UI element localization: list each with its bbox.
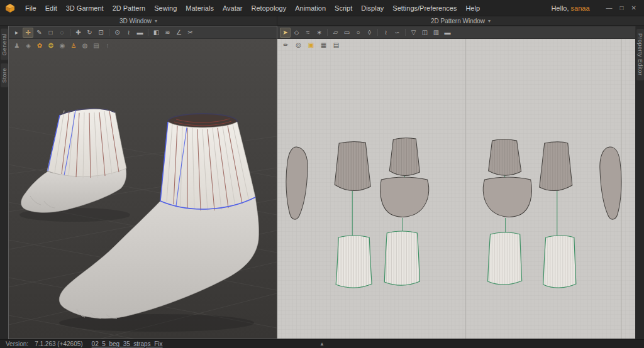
pin-tool[interactable]: ⊙ [112, 28, 123, 38]
scissors-tool[interactable]: ✂ [185, 28, 196, 38]
segment-sewing-tool[interactable]: ≀ [380, 28, 391, 38]
edit-pattern-tool[interactable]: ◇ [291, 28, 302, 38]
trace-tool[interactable]: ◫ [419, 28, 430, 38]
side-tab-store[interactable]: Store [1, 63, 8, 87]
transform-pattern-tool[interactable]: ➤ [280, 28, 291, 38]
expand-timeline-button[interactable]: ▲ [319, 341, 325, 347]
show-sewing-icon[interactable]: ▣ [306, 40, 316, 50]
username-link[interactable]: sanaa [571, 4, 590, 12]
2d-window-caret-icon[interactable]: ▾ [488, 18, 491, 24]
pattern-piece-cuff-front-right[interactable] [543, 236, 576, 288]
3d-window-caret-icon[interactable]: ▾ [155, 18, 157, 24]
pattern-piece-leg-back-left[interactable] [389, 138, 419, 176]
free-sewing-tool[interactable]: ∽ [392, 28, 402, 38]
polygon-tool[interactable]: ▱ [330, 28, 341, 38]
smart-guide-icon[interactable]: ◎ [293, 40, 304, 50]
menu-2d-pattern[interactable]: 2D Pattern [108, 3, 150, 14]
gizmo-rotate-tool[interactable]: ↻ [84, 28, 95, 38]
2d-pattern-canvas[interactable]: ✏◎▣▦▤ [277, 39, 635, 339]
avatar-shoes-icon[interactable]: ◉ [57, 41, 67, 51]
main-menu: FileEdit3D Garment2D PatternSewingMateri… [21, 3, 484, 14]
pattern-layout[interactable] [277, 39, 635, 339]
logo-cube [5, 3, 15, 13]
simulate-tool[interactable]: ▸ [11, 28, 22, 38]
menu-help[interactable]: Help [461, 3, 484, 14]
menu-edit[interactable]: Edit [41, 3, 62, 14]
toolbar-separator [377, 29, 378, 36]
avatar-accessory-icon[interactable]: ✿ [35, 41, 45, 51]
menu-display[interactable]: Display [357, 3, 388, 14]
pattern-piece-leg-front-right[interactable] [540, 142, 572, 191]
measure-2d-tool[interactable]: ▬ [442, 28, 453, 38]
menu-avatar[interactable]: Avatar [218, 3, 247, 14]
menu-materials[interactable]: Materials [181, 3, 218, 14]
restore-icon[interactable]: □ [620, 5, 624, 11]
avatar-display-toolbar: ♟◈✿❂◉♙◍▤↑ [12, 41, 113, 51]
reset-arrangement-icon[interactable]: ↑ [103, 41, 113, 51]
menu-settings-preferences[interactable]: Settings/Preferences [388, 3, 461, 14]
2d-toolbar: ➤◇≈∗▱▭○◊≀∽▽◫▥▬ [277, 26, 635, 39]
menu-retopology[interactable]: Retopology [247, 3, 291, 14]
show-grid-icon[interactable]: ▦ [318, 40, 329, 50]
menu-bar: FileEdit3D Garment2D PatternSewingMateri… [0, 0, 644, 16]
3d-viewport[interactable]: ♟◈✿❂◉♙◍▤↑ [9, 39, 277, 339]
sewing-3d-tool[interactable]: ≀ [123, 28, 134, 38]
close-icon[interactable]: ✕ [631, 5, 636, 11]
3d-scene[interactable] [9, 39, 277, 339]
pattern-piece-cuff-back-right[interactable] [488, 232, 522, 285]
app-logo-icon[interactable] [5, 3, 16, 13]
rectangle-tool[interactable]: ▭ [341, 28, 352, 38]
pen-3d-tool[interactable]: ✎ [34, 28, 45, 38]
avatar-size-icon[interactable]: ◍ [80, 41, 90, 51]
arrangement-point-icon[interactable]: ▤ [91, 41, 101, 51]
select-box-tool[interactable]: □ [45, 28, 56, 38]
dart-tool[interactable]: ◊ [364, 28, 375, 38]
side-tab-general[interactable]: General [1, 29, 8, 60]
toolbar-separator [70, 29, 70, 36]
show-avatar-icon[interactable]: ♟ [12, 41, 22, 51]
minimize-icon[interactable]: — [606, 5, 613, 11]
add-point-tool[interactable]: ∗ [314, 28, 325, 38]
flatten-tool[interactable]: ◧ [151, 28, 162, 38]
pattern-piece-cuff-front-left[interactable] [336, 236, 372, 288]
menu-3d-garment[interactable]: 3D Garment [62, 3, 108, 14]
show-garment-icon[interactable]: ◈ [23, 41, 33, 51]
pattern-piece-leg-back-right[interactable] [489, 139, 521, 176]
pattern-piece-cuff-back-left[interactable] [384, 231, 419, 285]
angle-tool[interactable]: ∠ [174, 28, 184, 38]
version-value: 7.1.263 (+42605) [35, 340, 82, 347]
circle-tool[interactable]: ○ [353, 28, 364, 38]
side-tab-property-editor[interactable]: Property Editor [636, 29, 644, 80]
select-lasso-tool[interactable]: ◌ [57, 28, 67, 38]
left-dock-tabs: GeneralStore [0, 26, 8, 339]
print-layout-icon[interactable]: ▤ [331, 40, 341, 50]
gizmo-scale-tool[interactable]: ⊡ [96, 28, 106, 38]
open-file-name[interactable]: 02_5_beg_35_straps_Fix [92, 340, 163, 347]
menu-animation[interactable]: Animation [291, 3, 330, 14]
3d-window-titlebar[interactable]: 3D Window ▾ [0, 16, 277, 25]
edit-curvature-tool[interactable]: ≈ [303, 28, 313, 38]
2d-window-titlebar[interactable]: 2D Pattern Window ▾ [277, 16, 644, 25]
select-move-tool[interactable]: ✛ [23, 28, 33, 38]
avatar-hair-icon[interactable]: ❂ [46, 41, 56, 51]
main-area: GeneralStore ▸✛✎□◌✚↻⊡⊙≀▬◧≋∠✂ ♟◈✿❂◉♙◍▤↑ [0, 26, 644, 339]
toolbar-separator [327, 29, 328, 36]
left-sock[interactable] [47, 109, 126, 178]
pattern-piece-leg-front-left[interactable] [335, 142, 370, 191]
toolbar-separator [148, 29, 148, 36]
internal-polygon-tool[interactable]: ▽ [408, 28, 419, 38]
menu-script[interactable]: Script [330, 3, 357, 14]
steam-tool[interactable]: ≋ [162, 28, 173, 38]
right-dock-tabs: Property Editor [636, 26, 644, 339]
measure-3d-tool[interactable]: ▬ [135, 28, 145, 38]
greeting-text: Hello, [551, 4, 570, 12]
avatar-pose-icon[interactable]: ♙ [69, 41, 79, 51]
grading-tool[interactable]: ▥ [431, 28, 441, 38]
3d-toolbar: ▸✛✎□◌✚↻⊡⊙≀▬◧≋∠✂ [9, 26, 277, 39]
2d-canvas-toolbar: ✏◎▣▦▤ [280, 40, 341, 50]
menu-sewing[interactable]: Sewing [150, 3, 181, 14]
menu-file[interactable]: File [21, 3, 41, 14]
edit-texture-icon[interactable]: ✏ [280, 40, 291, 50]
2d-window-title: 2D Pattern Window [431, 18, 485, 24]
gizmo-move-tool[interactable]: ✚ [73, 28, 84, 38]
